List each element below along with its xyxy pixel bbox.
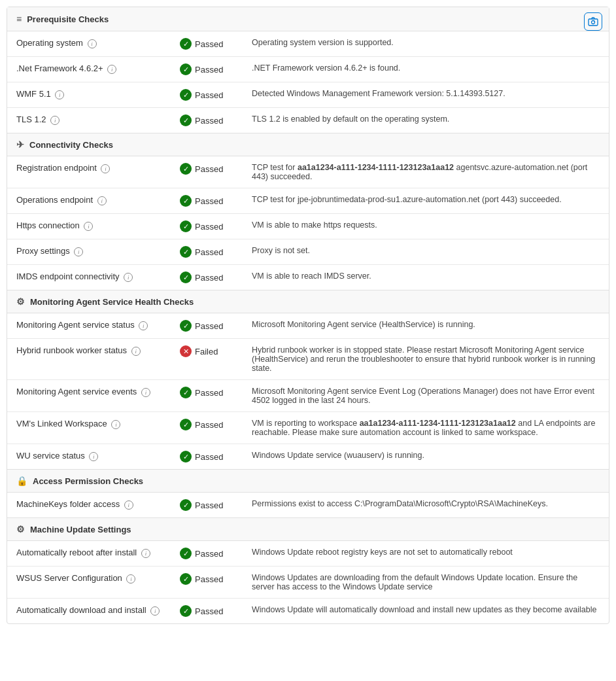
monitoring-header: ⚙ Monitoring Agent Service Health Checks: [7, 290, 609, 313]
check-description: Detected Windows Management Framework ve…: [243, 82, 609, 108]
check-status: ✓ Passed: [171, 188, 243, 214]
info-icon[interactable]: i: [50, 116, 60, 125]
check-name: .Net Framework 4.6.2+ i: [7, 57, 171, 82]
screenshot-button[interactable]: [584, 12, 602, 31]
status-failed: ✕ Failed: [180, 345, 233, 357]
check-name: WU service status i: [7, 444, 171, 470]
table-row: Monitoring Agent service events i ✓ Pass…: [7, 380, 609, 412]
table-row: WMF 5.1 i ✓ Passed Detected Windows Mana…: [7, 82, 609, 108]
table-row: WU service status i ✓ Passed Windows Upd…: [7, 444, 609, 470]
table-row: Operating system i ✓ Passed Operating sy…: [7, 31, 609, 57]
connectivity-header: ✈ Connectivity Checks: [7, 133, 609, 156]
info-icon[interactable]: i: [88, 39, 97, 48]
info-icon[interactable]: i: [141, 388, 150, 397]
connectivity-table: Registration endpoint i ✓ Passed TCP tes…: [7, 156, 609, 290]
info-icon[interactable]: i: [97, 196, 107, 205]
check-description: Microsoft Monitoring Agent service (Heal…: [243, 313, 609, 339]
check-status: ✓ Passed: [171, 493, 243, 517]
check-description: Windows Update service (wuauserv) is run…: [243, 444, 609, 470]
prerequisite-table: Operating system i ✓ Passed Operating sy…: [7, 31, 609, 133]
check-description: Proxy is not set.: [243, 239, 609, 265]
info-icon[interactable]: i: [124, 500, 133, 510]
info-icon[interactable]: i: [124, 273, 133, 282]
check-description: TCP test for aa1a1234-a111-1234-1111-123…: [243, 156, 609, 188]
info-icon[interactable]: i: [141, 549, 150, 558]
table-row: Automatically reboot after install i ✓ P…: [7, 541, 609, 567]
check-name: WMF 5.1 i: [7, 82, 171, 108]
check-status: ✓ Passed: [171, 265, 243, 290]
check-name: WSUS Server Configuration i: [7, 567, 171, 599]
table-row: IMDS endpoint connectivity i ✓ Passed VM…: [7, 265, 609, 290]
svg-rect-0: [589, 19, 598, 26]
check-status: ✓ Passed: [171, 412, 243, 444]
check-name: Operating system i: [7, 31, 171, 57]
check-description: TCP test for jpe-jobruntimedata-prod-su1…: [243, 188, 609, 214]
prerequisite-title: Prerequisite Checks: [27, 14, 109, 24]
check-description: .NET Framework version 4.6.2+ is found.: [243, 57, 609, 82]
check-status: ✓ Passed: [171, 239, 243, 265]
check-status: ✓ Passed: [171, 57, 243, 82]
check-status: ✓ Passed: [171, 108, 243, 133]
check-description: Operating system version is supported.: [243, 31, 609, 57]
machineupdate-icon: ⚙: [16, 524, 25, 534]
check-description: Windows Update reboot registry keys are …: [243, 541, 609, 567]
passed-icon: ✓: [180, 605, 192, 617]
status-passed: ✓ Passed: [180, 63, 233, 75]
info-icon[interactable]: i: [74, 247, 83, 256]
check-name: IMDS endpoint connectivity i: [7, 265, 171, 290]
monitoring-icon: ⚙: [16, 296, 25, 307]
machineupdate-table: Automatically reboot after install i ✓ P…: [7, 541, 609, 623]
check-name: Https connection i: [7, 214, 171, 239]
passed-icon: ✓: [180, 499, 192, 511]
table-row: TLS 1.2 i ✓ Passed TLS 1.2 is enabled by…: [7, 108, 609, 133]
check-description: Windows Update will automatically downlo…: [243, 599, 609, 624]
status-passed: ✓ Passed: [180, 246, 233, 258]
access-header: 🔒 Access Permission Checks: [7, 469, 609, 493]
passed-icon: ✓: [180, 195, 192, 207]
info-icon[interactable]: i: [101, 164, 110, 173]
passed-icon: ✓: [180, 320, 192, 332]
check-name: Automatically download and install i: [7, 599, 171, 624]
status-passed: ✓ Passed: [180, 451, 233, 463]
info-icon[interactable]: i: [89, 452, 98, 461]
prerequisite-header: ≡ Prerequisite Checks: [7, 7, 609, 31]
check-name: VM's Linked Workspace i: [7, 412, 171, 444]
table-row: MachineKeys folder access i ✓ Passed Per…: [7, 493, 609, 517]
access-title: Access Permission Checks: [33, 476, 143, 486]
status-passed: ✓ Passed: [180, 114, 233, 126]
table-row: WSUS Server Configuration i ✓ Passed Win…: [7, 567, 609, 599]
check-name: Proxy settings i: [7, 239, 171, 265]
table-row: Hybrid runbook worker status i ✕ Failed …: [7, 339, 609, 380]
access-table: MachineKeys folder access i ✓ Passed Per…: [7, 493, 609, 517]
info-icon[interactable]: i: [84, 222, 93, 231]
info-icon[interactable]: i: [55, 90, 64, 99]
monitoring-table: Monitoring Agent service status i ✓ Pass…: [7, 313, 609, 469]
info-icon[interactable]: i: [139, 321, 148, 330]
info-icon[interactable]: i: [131, 347, 141, 356]
info-icon[interactable]: i: [126, 574, 135, 584]
passed-icon: ✓: [180, 548, 192, 559]
passed-icon: ✓: [180, 89, 192, 101]
passed-icon: ✓: [180, 163, 192, 175]
passed-icon: ✓: [180, 271, 192, 283]
check-description: Hybrid runbook worker is in stopped stat…: [243, 339, 609, 380]
info-icon[interactable]: i: [150, 606, 160, 616]
check-description: Windows Updates are downloading from the…: [243, 567, 609, 599]
info-icon[interactable]: i: [107, 65, 116, 74]
check-status: ✓ Passed: [171, 313, 243, 339]
passed-icon: ✓: [180, 573, 192, 585]
table-row: Automatically download and install i ✓ P…: [7, 599, 609, 624]
status-passed: ✓ Passed: [180, 573, 233, 585]
status-passed: ✓ Passed: [180, 38, 233, 50]
check-status: ✓ Passed: [171, 444, 243, 470]
status-passed: ✓ Passed: [180, 419, 233, 430]
info-icon[interactable]: i: [111, 420, 120, 429]
status-passed: ✓ Passed: [180, 163, 233, 175]
check-description: TLS 1.2 is enabled by default on the ope…: [243, 108, 609, 133]
table-row: Proxy settings i ✓ Passed Proxy is not s…: [7, 239, 609, 265]
check-description: VM is able to reach IMDS server.: [243, 265, 609, 290]
check-name: MachineKeys folder access i: [7, 493, 171, 517]
check-name: Monitoring Agent service status i: [7, 313, 171, 339]
table-row: Registration endpoint i ✓ Passed TCP tes…: [7, 156, 609, 188]
status-passed: ✓ Passed: [180, 605, 233, 617]
